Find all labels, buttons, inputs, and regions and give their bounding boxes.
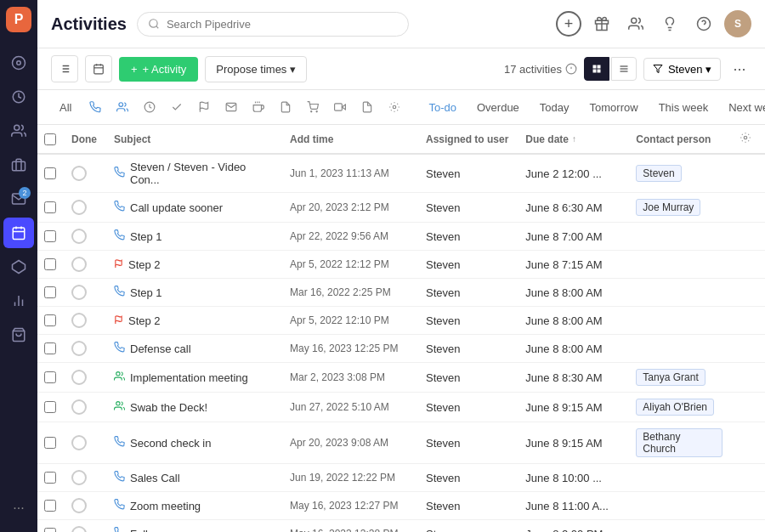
activity-subject[interactable]: Second check in	[130, 437, 211, 450]
contact-badge[interactable]: Steven	[636, 165, 681, 182]
activity-subject[interactable]: Swab the Deck!	[130, 401, 207, 414]
done-circle[interactable]	[71, 341, 87, 356]
col-contact[interactable]: Contact person	[627, 125, 731, 154]
row-checkbox[interactable]	[44, 286, 56, 298]
bulb-icon[interactable]	[656, 10, 683, 37]
col-add-time[interactable]: Add time	[281, 125, 417, 154]
filter-email-icon[interactable]	[219, 95, 243, 119]
filter-tab-all[interactable]: All	[51, 98, 80, 117]
sidebar-item-activities[interactable]	[3, 218, 34, 248]
user-avatar[interactable]: S	[724, 10, 751, 37]
filter-video-icon[interactable]	[328, 95, 352, 119]
sidebar-item-products[interactable]	[3, 320, 34, 350]
row-checkbox[interactable]	[44, 342, 56, 354]
done-circle[interactable]	[71, 257, 87, 272]
sidebar-item-leads[interactable]	[3, 252, 34, 282]
activity-subject[interactable]: Zoom meeting	[130, 500, 201, 512]
sidebar-item-org[interactable]	[3, 150, 34, 180]
grid-view-button[interactable]	[584, 57, 609, 81]
row-checkbox[interactable]	[44, 230, 56, 242]
row-checkbox[interactable]	[44, 437, 56, 449]
contact-badge[interactable]: Aliyah O'Brien	[636, 399, 714, 416]
row-checkbox-cell	[37, 154, 63, 193]
activity-subject[interactable]: Steven / Steven - Video Con...	[130, 161, 273, 186]
row-checkbox[interactable]	[44, 258, 56, 270]
activity-subject[interactable]: Step 2	[128, 258, 161, 271]
activity-subject[interactable]: Step 2	[128, 314, 161, 327]
filter-meeting-icon[interactable]	[110, 95, 134, 119]
done-circle[interactable]	[71, 285, 87, 300]
sidebar-item-more[interactable]: ···	[3, 493, 34, 524]
filter-flag-icon[interactable]	[192, 95, 216, 119]
contact-badge[interactable]: Joe Murray	[636, 199, 700, 216]
filter-tab-today[interactable]: Today	[531, 98, 578, 117]
more-options-button[interactable]: ···	[728, 57, 751, 81]
activity-subject[interactable]: Follow up zoom	[130, 528, 207, 533]
filter-custom-icon[interactable]	[382, 95, 406, 119]
filter-tab-overdue[interactable]: Overdue	[468, 98, 528, 117]
sidebar-item-home[interactable]	[3, 48, 34, 78]
app-logo[interactable]: P	[6, 7, 31, 32]
activity-subject[interactable]: Defense call	[130, 342, 191, 355]
activity-subject[interactable]: Implementation meeting	[130, 371, 248, 384]
team-icon[interactable]	[622, 10, 649, 37]
select-all-checkbox[interactable]	[44, 133, 56, 145]
contact-badge[interactable]: Tanya Grant	[636, 369, 705, 386]
filter-tab-todo[interactable]: To-do	[420, 98, 465, 117]
row-checkbox[interactable]	[44, 371, 56, 383]
done-circle[interactable]	[71, 229, 87, 244]
sidebar-item-deals[interactable]	[3, 82, 34, 112]
filter-doc-icon[interactable]	[355, 95, 379, 119]
done-circle[interactable]	[71, 313, 87, 328]
done-circle[interactable]	[71, 399, 87, 415]
row-checkbox[interactable]	[44, 472, 56, 484]
filter-phone-icon[interactable]	[83, 95, 107, 119]
filter-button[interactable]: Steven ▾	[643, 58, 721, 81]
search-box[interactable]	[137, 12, 409, 37]
filter-lunch-icon[interactable]	[246, 95, 270, 119]
filter-task-icon[interactable]	[165, 95, 189, 119]
sidebar-item-mail[interactable]: 2	[3, 184, 34, 214]
row-checkbox[interactable]	[44, 528, 56, 532]
help-icon[interactable]	[690, 10, 717, 37]
row-checkbox[interactable]	[44, 500, 56, 512]
filter-deadline-icon[interactable]	[138, 95, 162, 119]
filter-tab-thisweek[interactable]: This week	[650, 98, 717, 117]
row-checkbox[interactable]	[44, 201, 56, 213]
activity-subject[interactable]: Step 1	[130, 230, 162, 243]
done-circle[interactable]	[71, 470, 87, 485]
activity-subject[interactable]: Sales Call	[130, 472, 180, 484]
col-assigned[interactable]: Assigned to user	[417, 125, 517, 154]
row-checkbox[interactable]	[44, 167, 56, 179]
filter-tab-tomorrow[interactable]: Tomorrow	[581, 98, 647, 117]
row-checkbox[interactable]	[44, 314, 56, 326]
svg-rect-39	[597, 70, 600, 73]
calendar-view-button[interactable]	[85, 55, 112, 82]
activity-subject[interactable]: Step 1	[130, 286, 162, 299]
sidebar-item-reports[interactable]	[3, 286, 34, 316]
done-circle[interactable]	[71, 435, 87, 450]
filter-shop-icon[interactable]	[301, 95, 325, 119]
done-circle[interactable]	[71, 498, 87, 513]
contact-badge[interactable]: Bethany Church	[636, 428, 722, 457]
activity-type-icon	[114, 342, 125, 355]
done-circle[interactable]	[71, 526, 87, 532]
row-checkbox[interactable]	[44, 401, 56, 413]
list-view-alt-button[interactable]	[611, 57, 637, 81]
gift-icon[interactable]	[588, 10, 615, 37]
add-activity-button[interactable]: + + Activity	[119, 57, 198, 82]
done-circle[interactable]	[71, 370, 87, 385]
add-button[interactable]: +	[556, 11, 581, 37]
activity-subject[interactable]: Call update sooner	[130, 201, 223, 214]
propose-times-button[interactable]: Propose times ▾	[205, 56, 307, 82]
search-input[interactable]	[167, 18, 398, 31]
list-view-button[interactable]	[51, 55, 78, 82]
filter-tab-nextweek[interactable]: Next week	[720, 98, 765, 117]
filter-note-icon[interactable]	[274, 95, 298, 119]
sidebar-item-contacts[interactable]	[3, 116, 34, 146]
col-settings[interactable]	[731, 125, 765, 154]
done-circle[interactable]	[71, 166, 87, 181]
done-circle[interactable]	[71, 200, 87, 215]
col-subject[interactable]: Subject	[105, 125, 281, 154]
col-due-date[interactable]: Due date ↑	[517, 125, 627, 154]
